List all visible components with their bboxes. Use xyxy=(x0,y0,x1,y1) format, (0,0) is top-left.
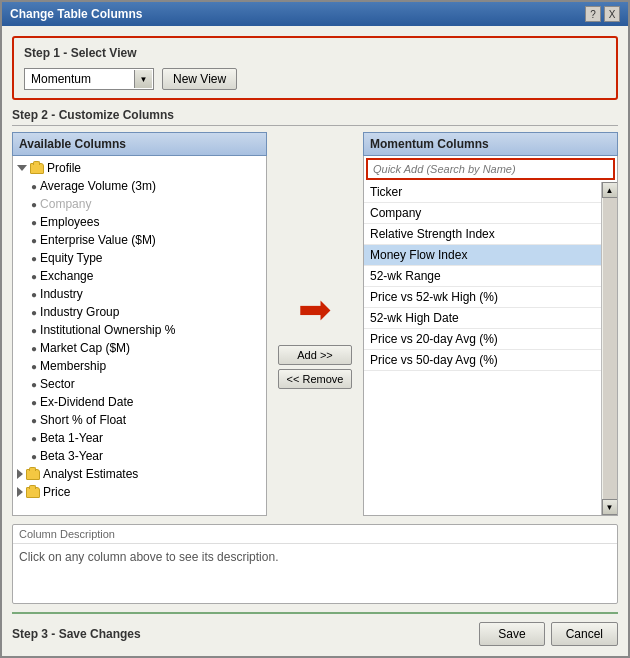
profile-folder[interactable]: Profile xyxy=(15,159,264,177)
list-item[interactable]: ●Industry Group xyxy=(27,303,264,321)
available-panel: Available Columns Profile ●Average Volum… xyxy=(12,132,267,516)
quick-add-input[interactable] xyxy=(368,160,613,178)
profile-children: ●Average Volume (3m) ●Company ●Employees… xyxy=(15,177,264,465)
list-item[interactable]: ●Industry xyxy=(27,285,264,303)
save-button[interactable]: Save xyxy=(479,622,544,646)
cancel-button[interactable]: Cancel xyxy=(551,622,618,646)
available-panel-header: Available Columns xyxy=(12,132,267,156)
list-item[interactable]: Price vs 52-wk High (%) xyxy=(364,287,601,308)
step2-label: Step 2 - Customize Columns xyxy=(12,108,618,126)
view-select[interactable]: Momentum Default Custom xyxy=(24,68,154,90)
analyst-folder[interactable]: Analyst Estimates xyxy=(15,465,264,483)
momentum-scrollbar[interactable]: ▲ ▼ xyxy=(601,182,617,515)
profile-expand-icon xyxy=(17,165,27,171)
scroll-down-button[interactable]: ▼ xyxy=(602,499,618,515)
step2-section: Step 2 - Customize Columns Available Col… xyxy=(12,108,618,516)
scroll-track xyxy=(603,198,617,499)
available-panel-list[interactable]: Profile ●Average Volume (3m) ●Company ●E… xyxy=(12,156,267,516)
list-item[interactable]: Company xyxy=(364,203,601,224)
list-item[interactable]: Ticker xyxy=(364,182,601,203)
list-item[interactable]: 52-wk Range xyxy=(364,266,601,287)
momentum-list: Ticker Company Relative Strength Index M… xyxy=(363,156,618,516)
list-item[interactable]: Price vs 50-day Avg (%) xyxy=(364,350,601,371)
list-item[interactable]: ●Exchange xyxy=(27,267,264,285)
list-item[interactable]: ●Enterprise Value ($M) xyxy=(27,231,264,249)
momentum-panel: Momentum Columns Ticker Company Relative… xyxy=(363,132,618,516)
list-item[interactable]: ●Membership xyxy=(27,357,264,375)
remove-button[interactable]: << Remove xyxy=(278,369,353,389)
profile-folder-label: Profile xyxy=(47,161,81,175)
list-item[interactable]: ●Market Cap ($M) xyxy=(27,339,264,357)
add-button[interactable]: Add >> xyxy=(278,345,353,365)
list-item[interactable]: ●Employees xyxy=(27,213,264,231)
analyst-folder-label: Analyst Estimates xyxy=(43,467,138,481)
step3-label: Step 3 - Save Changes xyxy=(12,627,141,641)
step3-buttons: Save Cancel xyxy=(479,622,618,646)
add-remove-buttons: Add >> << Remove xyxy=(278,345,353,389)
quick-add-wrapper xyxy=(366,158,615,180)
price-folder[interactable]: Price xyxy=(15,483,264,501)
list-item[interactable]: ●Average Volume (3m) xyxy=(27,177,264,195)
profile-folder-icon xyxy=(30,163,44,174)
list-item[interactable]: ●Equity Type xyxy=(27,249,264,267)
new-view-button[interactable]: New View xyxy=(162,68,237,90)
list-item[interactable]: ●Beta 3-Year xyxy=(27,447,264,465)
scroll-up-button[interactable]: ▲ xyxy=(602,182,618,198)
columns-area: Available Columns Profile ●Average Volum… xyxy=(12,132,618,516)
list-item[interactable]: ●Short % of Float xyxy=(27,411,264,429)
step1-section: Step 1 - Select View Momentum Default Cu… xyxy=(12,36,618,100)
momentum-items-area: Ticker Company Relative Strength Index M… xyxy=(364,182,617,515)
analyst-folder-icon xyxy=(26,469,40,480)
list-item[interactable]: ●Company xyxy=(27,195,264,213)
description-section: Column Description Click on any column a… xyxy=(12,524,618,604)
dialog-title: Change Table Columns xyxy=(10,7,142,21)
price-folder-label: Price xyxy=(43,485,70,499)
list-item[interactable]: Relative Strength Index xyxy=(364,224,601,245)
arrow-area: ➡ Add >> << Remove xyxy=(275,132,355,516)
list-item[interactable]: Price vs 20-day Avg (%) xyxy=(364,329,601,350)
help-button[interactable]: ? xyxy=(585,6,601,22)
list-item[interactable]: ●Institutional Ownership % xyxy=(27,321,264,339)
price-expand-icon xyxy=(17,487,23,497)
dialog-content: Step 1 - Select View Momentum Default Cu… xyxy=(2,26,628,656)
close-button[interactable]: X xyxy=(604,6,620,22)
step3-section: Step 3 - Save Changes Save Cancel xyxy=(12,612,618,646)
description-body: Click on any column above to see its des… xyxy=(13,544,617,570)
list-item[interactable]: ●Sector xyxy=(27,375,264,393)
step1-controls: Momentum Default Custom ▼ New View xyxy=(24,68,606,90)
price-folder-icon xyxy=(26,487,40,498)
momentum-panel-header: Momentum Columns xyxy=(363,132,618,156)
list-item[interactable]: Money Flow Index xyxy=(364,245,601,266)
list-item[interactable]: ●Beta 1-Year xyxy=(27,429,264,447)
description-header: Column Description xyxy=(13,525,617,544)
analyst-expand-icon xyxy=(17,469,23,479)
add-arrow-icon: ➡ xyxy=(298,289,332,329)
title-bar: Change Table Columns ? X xyxy=(2,2,628,26)
title-bar-buttons: ? X xyxy=(585,6,620,22)
momentum-column: Ticker Company Relative Strength Index M… xyxy=(364,182,601,515)
view-select-wrapper: Momentum Default Custom ▼ xyxy=(24,68,154,90)
step1-label: Step 1 - Select View xyxy=(24,46,606,60)
list-item[interactable]: ●Ex-Dividend Date xyxy=(27,393,264,411)
change-table-columns-dialog: Change Table Columns ? X Step 1 - Select… xyxy=(0,0,630,658)
list-item[interactable]: 52-wk High Date xyxy=(364,308,601,329)
